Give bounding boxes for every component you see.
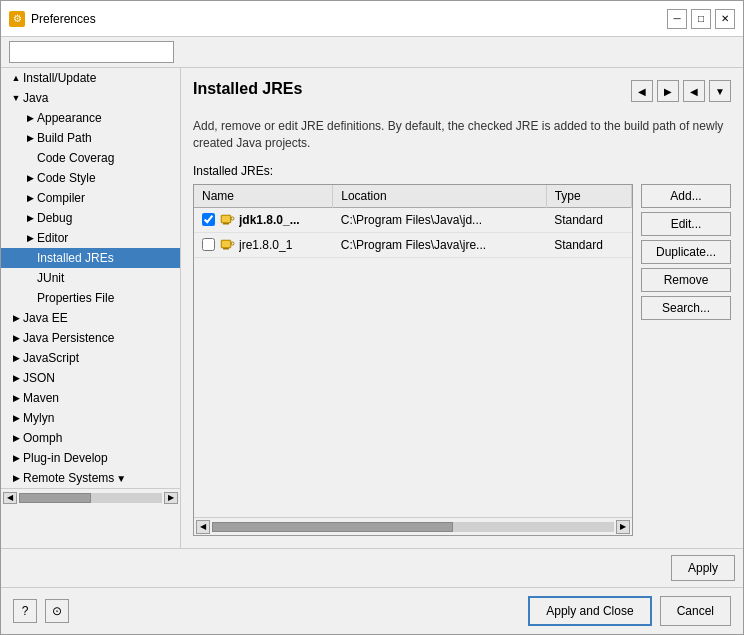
main-content: ▲ Install/Update ▼ Java ▶ Appearance ▶ B… bbox=[1, 68, 743, 548]
expand-arrow: ▶ bbox=[23, 231, 37, 245]
duplicate-button[interactable]: Duplicate... bbox=[641, 240, 731, 264]
expand-arrow: ▶ bbox=[9, 331, 23, 345]
table-row[interactable]: jdk1.8.0_...C:\Program Files\Java\jd...S… bbox=[194, 207, 632, 232]
apply-close-button[interactable]: Apply and Close bbox=[528, 596, 651, 626]
add-button[interactable]: Add... bbox=[641, 184, 731, 208]
expand-arrow: ▶ bbox=[23, 191, 37, 205]
table-scroll-area[interactable]: Name Location Type jdk1.8.0_...C:\Progra… bbox=[194, 185, 632, 517]
sidebar-item-label: Maven bbox=[23, 391, 59, 405]
help-icon: ? bbox=[22, 604, 29, 618]
window-controls: ─ □ ✕ bbox=[667, 9, 735, 29]
expand-arrow: ▶ bbox=[23, 131, 37, 145]
col-header-location[interactable]: Location bbox=[333, 185, 546, 208]
svg-rect-2 bbox=[231, 217, 234, 220]
expand-arrow: ▶ bbox=[9, 411, 23, 425]
jre-type: Standard bbox=[546, 207, 631, 232]
minimize-button[interactable]: ─ bbox=[667, 9, 687, 29]
search-input[interactable] bbox=[9, 41, 174, 63]
sidebar-item-properties-file[interactable]: ▶ Properties File bbox=[1, 288, 180, 308]
expand-arrow: ▶ bbox=[9, 471, 23, 485]
settings-icon: ⊙ bbox=[52, 604, 62, 618]
nav-back2-button[interactable]: ◀ bbox=[683, 80, 705, 102]
preferences-window: ⚙ Preferences ─ □ ✕ ▲ Install/Update ▼ J… bbox=[0, 0, 744, 635]
sidebar-item-label: Code Style bbox=[37, 171, 96, 185]
table-row[interactable]: jre1.8.0_1C:\Program Files\Java\jre...St… bbox=[194, 232, 632, 257]
sidebar-item-label: Remote Systems bbox=[23, 471, 114, 485]
sidebar-item-debug[interactable]: ▶ Debug bbox=[1, 208, 180, 228]
sidebar-item-install-update[interactable]: ▲ Install/Update bbox=[1, 68, 180, 88]
sidebar-item-editor[interactable]: ▶ Editor bbox=[1, 228, 180, 248]
sidebar-item-label: JSON bbox=[23, 371, 55, 385]
scroll-track bbox=[212, 522, 614, 532]
app-icon: ⚙ bbox=[9, 11, 25, 27]
remove-button[interactable]: Remove bbox=[641, 268, 731, 292]
help-button[interactable]: ? bbox=[13, 599, 37, 623]
sidebar-item-installed-jres[interactable]: ▶ Installed JREs bbox=[1, 248, 180, 268]
scroll-indicator: ▼ bbox=[116, 473, 126, 484]
scroll-right-arrow[interactable]: ▶ bbox=[616, 520, 630, 534]
sidebar-item-label: Editor bbox=[37, 231, 68, 245]
apply-button[interactable]: Apply bbox=[671, 555, 735, 581]
search-bar bbox=[1, 37, 743, 68]
panel-title-area: Installed JREs bbox=[193, 80, 302, 106]
sidebar-item-label: JavaScript bbox=[23, 351, 79, 365]
expand-arrow: ▶ bbox=[9, 451, 23, 465]
col-header-name[interactable]: Name bbox=[194, 185, 333, 208]
scroll-left-arrow[interactable]: ◀ bbox=[196, 520, 210, 534]
jre-name: jdk1.8.0_... bbox=[239, 213, 300, 227]
jre-name-cell: jdk1.8.0_... bbox=[194, 208, 324, 232]
edit-button[interactable]: Edit... bbox=[641, 212, 731, 236]
sidebar-item-plug-in-dev[interactable]: ▶ Plug-in Develop bbox=[1, 448, 180, 468]
expand-arrow: ▶ bbox=[9, 351, 23, 365]
sidebar-item-code-coverage[interactable]: ▶ Code Coverag bbox=[1, 148, 180, 168]
svg-rect-6 bbox=[231, 242, 234, 245]
sidebar-item-oomph[interactable]: ▶ Oomph bbox=[1, 428, 180, 448]
nav-back-button[interactable]: ◀ bbox=[631, 80, 653, 102]
close-button[interactable]: ✕ bbox=[715, 9, 735, 29]
sidebar-item-java-persistence[interactable]: ▶ Java Persistence bbox=[1, 328, 180, 348]
nav-arrows: ◀ ▶ ◀ ▼ bbox=[631, 80, 731, 102]
scroll-thumb bbox=[212, 522, 453, 532]
sidebar-item-remote-systems[interactable]: ▶ Remote Systems ▼ bbox=[1, 468, 180, 488]
sidebar-item-build-path[interactable]: ▶ Build Path bbox=[1, 128, 180, 148]
sidebar-item-mylyn[interactable]: ▶ Mylyn bbox=[1, 408, 180, 428]
expand-arrow: ▶ bbox=[9, 391, 23, 405]
jre-checkbox[interactable] bbox=[202, 213, 215, 226]
sidebar-item-json[interactable]: ▶ JSON bbox=[1, 368, 180, 388]
sidebar-item-compiler[interactable]: ▶ Compiler bbox=[1, 188, 180, 208]
sidebar-item-label: Java Persistence bbox=[23, 331, 114, 345]
settings-button[interactable]: ⊙ bbox=[45, 599, 69, 623]
jre-name-cell: jre1.8.0_1 bbox=[194, 233, 324, 257]
sidebar-item-javascript[interactable]: ▶ JavaScript bbox=[1, 348, 180, 368]
cancel-button[interactable]: Cancel bbox=[660, 596, 731, 626]
sidebar-item-java-ee[interactable]: ▶ Java EE bbox=[1, 308, 180, 328]
svg-rect-7 bbox=[223, 248, 229, 250]
sidebar-item-maven[interactable]: ▶ Maven bbox=[1, 388, 180, 408]
jre-icon bbox=[219, 237, 235, 253]
sidebar-item-code-style[interactable]: ▶ Code Style bbox=[1, 168, 180, 188]
sidebar: ▲ Install/Update ▼ Java ▶ Appearance ▶ B… bbox=[1, 68, 181, 548]
sidebar-item-junit[interactable]: ▶ JUnit bbox=[1, 268, 180, 288]
sidebar-item-label: Java EE bbox=[23, 311, 68, 325]
sidebar-item-label: JUnit bbox=[37, 271, 64, 285]
search-button[interactable]: Search... bbox=[641, 296, 731, 320]
sidebar-scroll-left[interactable]: ◀ bbox=[3, 492, 17, 504]
footer-icons: ? ⊙ bbox=[13, 599, 528, 623]
nav-menu-button[interactable]: ▼ bbox=[709, 80, 731, 102]
jre-checkbox[interactable] bbox=[202, 238, 215, 251]
nav-forward-button[interactable]: ▶ bbox=[657, 80, 679, 102]
col-header-type[interactable]: Type bbox=[546, 185, 631, 208]
sidebar-item-java[interactable]: ▼ Java bbox=[1, 88, 180, 108]
jre-icon bbox=[219, 212, 235, 228]
sidebar-item-label: Code Coverag bbox=[37, 151, 114, 165]
sidebar-item-label: Install/Update bbox=[23, 71, 96, 85]
expand-arrow: ▶ bbox=[23, 111, 37, 125]
jre-table-area: Name Location Type jdk1.8.0_...C:\Progra… bbox=[193, 184, 731, 536]
horiz-scroll-container: ◀ ▶ bbox=[194, 520, 632, 534]
maximize-button[interactable]: □ bbox=[691, 9, 711, 29]
sidebar-scroll-right[interactable]: ▶ bbox=[164, 492, 178, 504]
jre-name: jre1.8.0_1 bbox=[239, 238, 292, 252]
sidebar-item-label: Build Path bbox=[37, 131, 92, 145]
sidebar-scroll-track bbox=[19, 493, 162, 503]
sidebar-item-appearance[interactable]: ▶ Appearance bbox=[1, 108, 180, 128]
